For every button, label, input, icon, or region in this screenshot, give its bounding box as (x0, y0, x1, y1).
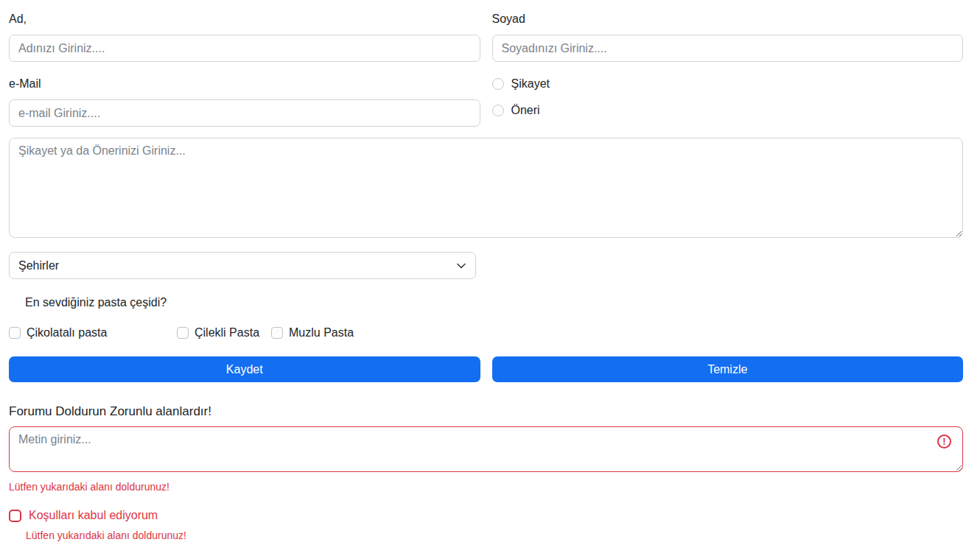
required-text-textarea[interactable] (9, 426, 963, 472)
message-textarea[interactable] (9, 138, 963, 238)
name-row: Ad, Soyad (9, 9, 963, 62)
checkbox-icon[interactable] (9, 510, 21, 522)
clear-button[interactable]: Temizle (492, 356, 964, 382)
checkbox-muzlu-label: Muzlu Pasta (289, 326, 354, 339)
email-row: e-Mail Şikayet Öneri (9, 77, 963, 127)
surname-label: Soyad (492, 13, 964, 25)
radio-circle-icon[interactable] (492, 78, 504, 90)
email-label: e-Mail (9, 77, 480, 90)
surname-field: Soyad (492, 9, 964, 62)
email-input[interactable] (9, 99, 480, 127)
radio-sikayet-label: Şikayet (511, 77, 550, 91)
name-field: Ad, (9, 9, 480, 62)
radio-oneri-label: Öneri (511, 104, 540, 117)
checkbox-cilekli-label: Çilekli Pasta (195, 326, 259, 339)
save-button[interactable]: Kaydet (9, 356, 480, 382)
city-select[interactable]: Şehirler (9, 252, 476, 279)
checkbox-cikolatali[interactable]: Çikolatalı pasta (9, 326, 177, 339)
terms-checkbox[interactable]: Koşulları kabul ediyorum (9, 509, 963, 522)
radio-circle-icon[interactable] (492, 105, 504, 116)
checkbox-icon[interactable] (177, 327, 189, 339)
radio-oneri[interactable]: Öneri (492, 104, 964, 117)
terms-error: Lütfen yukarıdaki alanı doldurunuz! (26, 529, 963, 541)
feedback-form-page: Ad, Soyad e-Mail Şikayet Öneri Ş (0, 0, 980, 556)
feedback-type-group: Şikayet Öneri (492, 77, 964, 127)
checkbox-icon[interactable] (9, 327, 21, 339)
city-select-wrap: Şehirler (9, 252, 476, 279)
email-field: e-Mail (9, 77, 480, 127)
radio-sikayet[interactable]: Şikayet (492, 77, 964, 91)
checkbox-muzlu[interactable]: Muzlu Pasta (271, 326, 354, 339)
buttons-row: Kaydet Temizle (9, 356, 963, 382)
pasta-question: En sevdiğiniz pasta çeşidi? (25, 296, 963, 309)
required-section-heading: Forumu Doldurun Zorunlu alanlardır! (9, 404, 963, 419)
required-text-wrap: ! (9, 426, 963, 472)
terms-checkbox-label: Koşulları kabul ediyorum (29, 509, 158, 522)
pasta-options-row: Çikolatalı pasta Çilekli Pasta Muzlu Pas… (9, 326, 963, 339)
required-text-error: Lütfen yukarıdaki alanı doldurunuz! (9, 481, 963, 493)
name-label: Ad, (9, 13, 480, 25)
surname-input[interactable] (492, 35, 964, 62)
name-input[interactable] (9, 35, 480, 62)
checkbox-icon[interactable] (271, 327, 283, 339)
checkbox-cilekli[interactable]: Çilekli Pasta (177, 326, 271, 339)
checkbox-cikolatali-label: Çikolatalı pasta (27, 326, 107, 339)
